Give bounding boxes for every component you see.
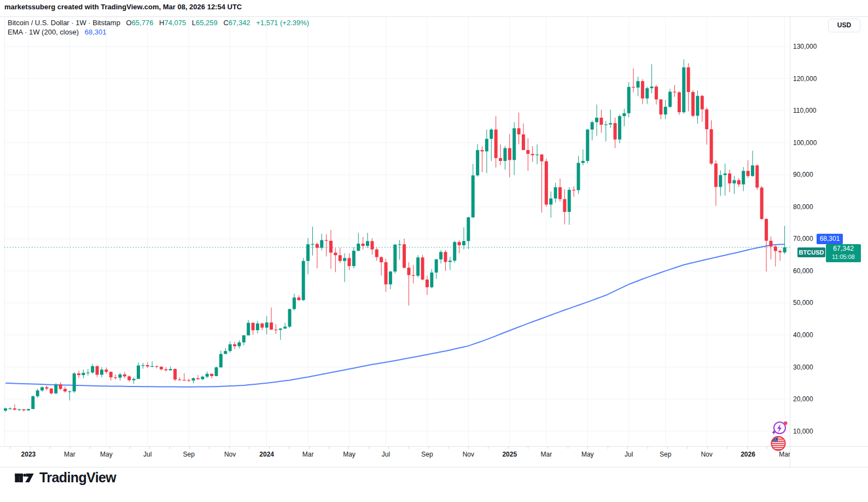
brand-name: TradingView [39,470,116,486]
time-axis-border [0,446,868,447]
price-axis-tick: 20,000 [793,395,831,403]
tradingview-logo[interactable]: TradingView [14,470,116,486]
legend-ema-row[interactable]: EMA · 1W (200, close) 68,301 [8,28,106,36]
time-axis-tick: 2024 [259,451,274,458]
change-value: +1,571 (+2.39%) [256,19,309,27]
ohlc-low-label: L [192,19,196,27]
ohlc-close-value: 67,342 [229,19,251,27]
ohlc-high-label: H [159,19,164,27]
legend-main-row[interactable]: Bitcoin / U.S. Dollar · 1W · Bitstamp O6… [8,19,309,27]
ema-price-badge: 68,301 [817,234,843,244]
time-axis-tick: Sep [421,451,433,458]
ohlc-open-label: O [126,19,132,27]
price-chart[interactable] [0,16,790,446]
ohlc-close-label: C [223,19,228,27]
time-axis-tick: Mar [540,451,552,458]
time-axis-tick: May [343,451,356,458]
price-axis-tick: 120,000 [793,74,831,83]
last-price-value: 67,342 [826,244,861,253]
time-axis-tick: 2023 [21,451,36,458]
price-axis-tick: 60,000 [793,267,831,275]
ohlc-low-value: 65,259 [196,19,218,27]
tradingview-logo-mark [14,470,34,486]
time-axis-tick: 2026 [741,451,755,458]
price-axis-tick: 130,000 [793,42,831,51]
price-axis-tick: 10,000 [793,427,831,436]
ohlc-open-value: 65,776 [132,19,154,27]
time-axis-tick: Jul [143,451,152,458]
price-axis-tick: 80,000 [793,203,831,211]
time-axis-tick: Jul [382,451,390,458]
ema-current-value: 68,301 [85,28,107,36]
price-axis-tick: 90,000 [793,170,831,179]
ohlc-high-value: 74,075 [164,19,186,27]
price-axis-tick: 50,000 [793,298,831,307]
price-axis-tick: 30,000 [793,363,831,372]
time-axis-tick: Nov [224,451,236,458]
time-axis-tick: Sep [183,451,195,458]
bar-countdown: 11:05:08 [826,253,861,261]
time-axis-tick: Nov [463,451,474,458]
time-axis-tick: 2025 [502,451,517,458]
time-axis-tick: Mar [64,451,75,458]
us-flag-icon [769,434,788,455]
price-axis-tick: 40,000 [793,331,831,339]
time-axis-tick: Nov [701,451,712,458]
last-price-badge: 67,342 11:05:08 [826,244,861,262]
price-axis-tick: 110,000 [793,106,831,115]
symbol-title: Bitcoin / U.S. Dollar · 1W · Bitstamp [8,19,120,27]
time-axis-tick: Sep [660,451,671,458]
symbol-price-tag: BTCUSD [797,247,825,257]
tradingview-chart-window: marketssuberg created with TradingView.c… [0,0,868,502]
price-axis-tick: 100,000 [793,139,831,147]
widget-bottom-border [0,467,868,468]
time-axis-tick: May [581,451,594,458]
price-axis-border [790,16,790,467]
currency-toggle-button[interactable]: USD [828,19,860,32]
time-axis-tick: May [100,451,113,458]
ema-title: EMA · 1W (200, close) [8,28,79,36]
time-axis-tick: Mar [302,451,314,458]
time-axis-tick: Jul [625,451,633,458]
attribution-text: marketssuberg created with TradingView.c… [4,3,242,11]
